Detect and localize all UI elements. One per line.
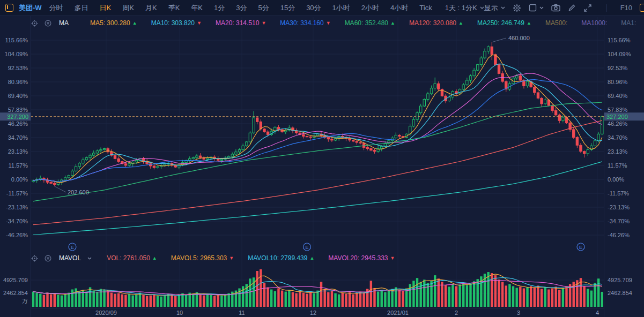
display-dropdown[interactable]: 显示 [484, 3, 505, 13]
indicator-name[interactable]: MAVOL [59, 254, 81, 262]
svg-text:4: 4 [596, 310, 599, 316]
tab-10[interactable]: 15分 [280, 3, 295, 13]
tab-7[interactable]: 1分 [214, 3, 225, 13]
svg-text:-34.70%: -34.70% [608, 218, 630, 224]
indicator-settings-gear-icon[interactable] [31, 255, 38, 262]
svg-text:69.40%: 69.40% [608, 93, 628, 99]
tab-0[interactable]: 分时 [49, 3, 63, 13]
ma-item-4[interactable]: MA60: 352.480▲ [345, 19, 395, 27]
svg-text:10: 10 [176, 310, 183, 316]
low-annotation-line [55, 186, 66, 192]
mavol-item-3[interactable]: MAVOL20: 2945.333▼ [328, 254, 395, 262]
ma-item-2[interactable]: MA20: 314.510▼ [216, 19, 266, 27]
svg-text:80.96%: 80.96% [608, 79, 628, 85]
svg-text:-34.70%: -34.70% [6, 218, 28, 224]
tab-1[interactable]: 多日 [75, 3, 88, 13]
mavol-label-value: MAVOL5: 2965.303 [171, 254, 227, 262]
screenshot-camera-icon[interactable] [551, 4, 560, 12]
svg-text:104.09%: 104.09% [5, 51, 28, 57]
custom-period-label: 1天 : 1分K [445, 3, 477, 13]
svg-text:115.66%: 115.66% [5, 37, 28, 43]
ma-item-0[interactable]: MA5: 300.280▲ [90, 19, 137, 27]
indicator-close-icon[interactable] [45, 255, 51, 262]
ma-item-5[interactable]: MA120: 320.080▲ [409, 19, 463, 27]
svg-text:-23.13%: -23.13% [6, 204, 28, 210]
indicator-settings-gear-icon[interactable] [31, 20, 38, 27]
trend-arrow-icon: ▼ [326, 20, 331, 26]
volume-bars-layer [32, 269, 603, 307]
indicator-name[interactable]: MA [59, 19, 69, 27]
svg-text:2020/09: 2020/09 [95, 310, 117, 316]
chevron-down-icon [539, 6, 544, 9]
ma-label-value: MA60: 352.480 [345, 19, 388, 27]
svg-text:46.26%: 46.26% [8, 120, 28, 127]
ma-item-8[interactable]: MA1000: [581, 19, 607, 27]
fullscreen-expand-icon[interactable] [583, 4, 592, 12]
chart-style-dropdown[interactable] [529, 4, 544, 12]
mavol-label-value: VOL: 2761.050 [107, 254, 150, 262]
trend-arrow-icon: ▲ [309, 255, 314, 261]
current-price-tag-text: 327.200 [606, 114, 628, 120]
f10-button[interactable]: F10 [620, 4, 632, 12]
ma-label-value: MA250: 246.749 [477, 19, 524, 27]
svg-text:92.53%: 92.53% [8, 65, 28, 71]
ma-label-value: MA500: [545, 19, 567, 27]
symbol-title: 美团-W [19, 3, 42, 13]
mavol-item-0[interactable]: VOL: 2761.050▲ [107, 254, 157, 262]
ma20-line [33, 73, 602, 182]
ma-item-7[interactable]: MA500: [545, 19, 567, 27]
tab-2[interactable]: 日K [100, 3, 112, 13]
svg-text:46.26%: 46.26% [608, 120, 628, 127]
sidebar-toggle-icon[interactable] [640, 4, 644, 12]
tab-8[interactable]: 3分 [236, 3, 247, 13]
tab-4[interactable]: 月K [145, 3, 157, 13]
tab-6[interactable]: 年K [191, 3, 203, 13]
tab-12[interactable]: 1小时 [332, 3, 350, 13]
ma-item-1[interactable]: MA10: 303.820▼ [151, 19, 202, 27]
ma-item-3[interactable]: MA30: 334.160▼ [280, 19, 330, 27]
ma-item-6[interactable]: MA250: 246.749▲ [477, 19, 531, 27]
display-label: 显示 [484, 3, 498, 13]
svg-text:11: 11 [239, 310, 245, 316]
indicator-close-icon[interactable] [45, 20, 51, 27]
tab-11[interactable]: 30分 [306, 3, 321, 13]
chart-canvas[interactable]: 115.66%115.66%104.09%104.09%92.53%92.53%… [0, 0, 644, 317]
mavol-item-2[interactable]: MAVOL10: 2799.439▲ [248, 254, 314, 262]
tab-13[interactable]: 2小时 [361, 3, 379, 13]
toolbar-divider [606, 4, 606, 12]
event-marker[interactable]: E [69, 243, 76, 251]
ma250-line [33, 162, 602, 235]
settings-gear-icon[interactable] [513, 4, 521, 12]
ma-label-value: MA10: 303.820 [151, 19, 195, 27]
svg-text:0.00%: 0.00% [11, 176, 28, 183]
svg-text:3: 3 [517, 310, 520, 316]
svg-text:23.13%: 23.13% [608, 148, 628, 155]
trend-arrow-icon: ▼ [229, 255, 234, 261]
tab-3[interactable]: 周K [122, 3, 134, 13]
custom-period-combo[interactable]: 1天 : 1分K [445, 3, 484, 13]
main-indicator-row: MA MA5: 300.280▲MA10: 303.820▼MA20: 314.… [31, 17, 638, 29]
ma-item-9[interactable]: MA1: [621, 19, 636, 27]
mavol-label-value: MAVOL20: 2945.333 [328, 254, 388, 262]
volume-unit-label: 万 [22, 298, 28, 304]
draw-pencil-icon[interactable] [568, 4, 576, 12]
event-marker[interactable]: E [577, 243, 584, 251]
event-marker[interactable]: E [304, 243, 311, 251]
tab-5[interactable]: 季K [168, 3, 180, 13]
panel-toggle-icon[interactable] [5, 4, 13, 12]
ma-label-value: MA120: 320.080 [409, 19, 456, 27]
svg-text:92.53%: 92.53% [608, 65, 628, 71]
mavol-legend-items: VOL: 2761.050▲MAVOL5: 2965.303▼MAVOL10: … [107, 254, 395, 262]
svg-text:80.96%: 80.96% [8, 79, 28, 85]
ma-label-value: MA1: [621, 19, 636, 27]
chart-style-icon [529, 4, 537, 12]
svg-text:2: 2 [455, 310, 458, 316]
svg-text:11.57%: 11.57% [9, 162, 28, 169]
svg-text:23.13%: 23.13% [8, 148, 28, 155]
svg-text:12: 12 [310, 310, 316, 316]
trend-arrow-icon: ▼ [197, 20, 202, 26]
mavol-item-1[interactable]: MAVOL5: 2965.303▼ [171, 254, 234, 262]
tab-14[interactable]: 4小时 [390, 3, 408, 13]
tab-9[interactable]: 5分 [258, 3, 269, 13]
tab-15[interactable]: Tick [419, 4, 432, 12]
